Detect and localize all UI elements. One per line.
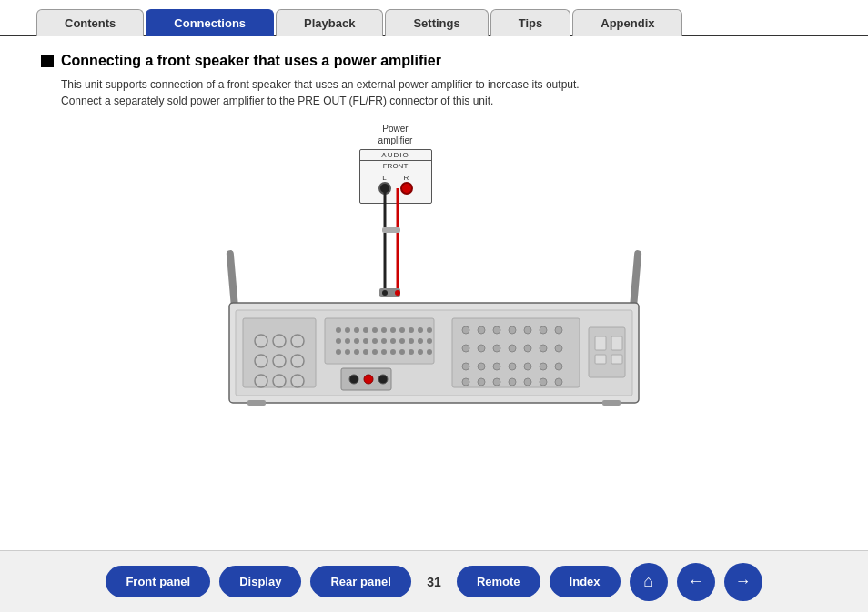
- power-amplifier: Power amplifier AUDIO FRONT L R: [357, 123, 434, 204]
- svg-point-60: [478, 326, 485, 334]
- index-button[interactable]: Index: [550, 566, 621, 597]
- section-marker: [41, 55, 54, 67]
- diagram-area: Power amplifier AUDIO FRONT L R: [41, 123, 827, 414]
- svg-point-25: [336, 327, 341, 333]
- navigation-tabs: Contents Connections Playback Settings T…: [0, 0, 868, 36]
- svg-point-23: [378, 375, 388, 384]
- svg-rect-20: [341, 368, 391, 390]
- svg-point-28: [363, 327, 368, 333]
- svg-point-26: [345, 327, 350, 333]
- svg-point-49: [354, 349, 359, 355]
- svg-point-66: [462, 345, 469, 352]
- svg-point-18: [273, 375, 286, 387]
- svg-point-72: [555, 345, 562, 352]
- svg-point-78: [540, 363, 547, 370]
- tab-contents[interactable]: Contents: [36, 9, 144, 36]
- svg-point-39: [363, 338, 368, 344]
- rear-panel-button[interactable]: Rear panel: [310, 566, 410, 597]
- svg-rect-91: [611, 355, 622, 364]
- svg-point-68: [493, 345, 500, 352]
- svg-point-46: [427, 338, 432, 344]
- svg-point-17: [255, 375, 267, 387]
- tab-settings[interactable]: Settings: [385, 9, 488, 36]
- home-icon: ⌂: [643, 572, 653, 591]
- svg-rect-58: [452, 318, 580, 387]
- svg-rect-88: [595, 336, 606, 350]
- svg-point-7: [395, 290, 400, 296]
- svg-point-21: [349, 375, 358, 384]
- tab-appendix[interactable]: Appendix: [572, 9, 682, 36]
- page-number: 31: [420, 575, 448, 589]
- svg-point-70: [524, 345, 531, 352]
- svg-point-77: [524, 363, 531, 370]
- svg-rect-24: [325, 318, 434, 364]
- svg-point-43: [399, 338, 405, 344]
- svg-point-64: [540, 326, 547, 334]
- svg-point-63: [524, 326, 531, 334]
- svg-point-53: [390, 349, 396, 355]
- svg-point-30: [381, 327, 387, 333]
- front-label: FRONT: [360, 161, 431, 171]
- svg-point-54: [399, 349, 405, 355]
- display-button[interactable]: Display: [219, 566, 301, 597]
- svg-point-42: [390, 338, 396, 344]
- svg-point-80: [462, 378, 469, 386]
- back-icon: ←: [688, 572, 704, 591]
- svg-point-22: [364, 375, 373, 384]
- svg-point-74: [478, 363, 485, 370]
- svg-point-79: [555, 363, 562, 370]
- svg-rect-8: [229, 303, 639, 403]
- svg-rect-89: [611, 336, 622, 350]
- amp-label: Power amplifier: [357, 123, 434, 146]
- back-button[interactable]: ←: [677, 563, 715, 601]
- svg-point-14: [255, 355, 267, 367]
- svg-point-12: [273, 335, 286, 347]
- tab-connections[interactable]: Connections: [146, 9, 274, 36]
- svg-point-84: [524, 378, 531, 386]
- svg-point-73: [462, 363, 469, 370]
- svg-rect-10: [243, 318, 316, 387]
- svg-rect-92: [247, 400, 266, 406]
- jack-black: [378, 182, 391, 195]
- antenna-left: [227, 250, 240, 323]
- svg-point-85: [540, 378, 547, 386]
- svg-point-34: [418, 327, 423, 333]
- svg-point-71: [540, 345, 547, 352]
- svg-rect-9: [236, 310, 632, 396]
- antenna-right: [629, 250, 642, 323]
- section-title: Connecting a front speaker that uses a p…: [61, 53, 441, 69]
- svg-rect-2: [382, 227, 400, 233]
- section-header: Connecting a front speaker that uses a p…: [41, 53, 827, 69]
- svg-point-40: [372, 338, 378, 344]
- svg-point-37: [345, 338, 350, 344]
- amp-connectors: L R: [360, 174, 431, 195]
- forward-button[interactable]: →: [724, 563, 762, 601]
- tab-playback[interactable]: Playback: [276, 9, 383, 36]
- svg-point-31: [390, 327, 396, 333]
- footer-navigation: Front panel Display Rear panel 31 Remote…: [0, 550, 868, 612]
- svg-point-67: [478, 345, 485, 352]
- svg-point-83: [509, 378, 516, 386]
- amp-box: AUDIO FRONT L R: [359, 149, 432, 204]
- svg-point-47: [336, 349, 341, 355]
- svg-point-62: [509, 326, 516, 334]
- svg-point-65: [555, 326, 562, 334]
- svg-point-45: [418, 338, 423, 344]
- svg-point-38: [354, 338, 359, 344]
- svg-point-32: [399, 327, 405, 333]
- home-button[interactable]: ⌂: [630, 563, 668, 601]
- diagram-svg: [207, 123, 661, 414]
- svg-point-11: [255, 335, 267, 347]
- svg-point-69: [509, 345, 516, 352]
- tab-tips[interactable]: Tips: [490, 9, 571, 36]
- diagram-container: Power amplifier AUDIO FRONT L R: [207, 123, 661, 414]
- svg-rect-5: [379, 288, 400, 297]
- front-panel-button[interactable]: Front panel: [106, 566, 210, 597]
- remote-button[interactable]: Remote: [457, 566, 540, 597]
- description: This unit supports connection of a front…: [61, 76, 827, 109]
- svg-point-86: [555, 378, 562, 386]
- svg-rect-87: [589, 327, 625, 377]
- svg-rect-93: [602, 400, 621, 406]
- svg-point-57: [427, 349, 432, 355]
- main-content: Connecting a front speaker that uses a p…: [0, 36, 868, 423]
